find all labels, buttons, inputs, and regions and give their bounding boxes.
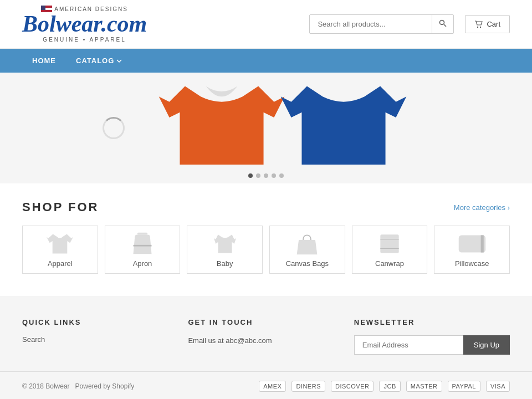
search-input[interactable] bbox=[310, 16, 432, 33]
payment-master: MASTER bbox=[406, 381, 442, 392]
category-card-apron[interactable]: Apron bbox=[105, 226, 181, 274]
search-bar bbox=[309, 14, 454, 34]
svg-line-5 bbox=[444, 24, 446, 27]
svg-rect-8 bbox=[137, 233, 147, 235]
logo-main: Bolwear.com bbox=[22, 12, 147, 35]
site-header: AMERICAN DESIGNS Bolwear.com GENUINE • A… bbox=[0, 0, 532, 49]
get-in-touch-title: GET IN TOUCH bbox=[188, 318, 331, 326]
apparel-icon bbox=[46, 233, 74, 255]
footer: QUICK LINKS Search GET IN TOUCH Email us… bbox=[0, 296, 532, 371]
slider-dot-4[interactable] bbox=[272, 173, 276, 178]
hero-shirt-blue bbox=[272, 81, 416, 175]
chevron-down-icon bbox=[116, 59, 122, 63]
footer-newsletter: NEWSLETTER Sign Up bbox=[354, 318, 510, 355]
category-img-apparel bbox=[28, 232, 92, 256]
category-card-canwrap[interactable]: Canwrap bbox=[352, 226, 428, 274]
header-right: Cart bbox=[309, 14, 510, 34]
loading-spinner bbox=[103, 117, 125, 139]
apron-icon bbox=[131, 232, 154, 256]
slider-dots bbox=[248, 173, 284, 178]
svg-point-4 bbox=[440, 21, 444, 25]
payment-amex: AMEX bbox=[259, 381, 286, 392]
baby-icon bbox=[213, 233, 237, 255]
search-icon bbox=[439, 19, 447, 27]
category-card-pillowcase[interactable]: Pillowcase bbox=[434, 226, 510, 274]
svg-rect-14 bbox=[480, 235, 483, 252]
bag-icon bbox=[295, 232, 319, 255]
category-img-canwrap bbox=[358, 232, 422, 256]
payment-discover: DISCOVER bbox=[331, 381, 374, 392]
category-label-baby: Baby bbox=[217, 259, 233, 268]
category-card-apparel[interactable]: Apparel bbox=[22, 226, 98, 274]
svg-point-7 bbox=[480, 26, 481, 27]
category-img-apron bbox=[111, 232, 175, 256]
footer-quick-links: QUICK LINKS Search bbox=[22, 318, 166, 355]
newsletter-signup-button[interactable]: Sign Up bbox=[463, 335, 510, 355]
footer-bottom: © 2018 Bolwear Powered by Shopify AMEX D… bbox=[0, 371, 532, 399]
hero-images bbox=[0, 73, 532, 183]
logo: AMERICAN DESIGNS Bolwear.com GENUINE • A… bbox=[22, 6, 147, 43]
category-label-apparel: Apparel bbox=[48, 259, 73, 268]
category-card-baby[interactable]: Baby bbox=[187, 226, 263, 274]
category-img-pillowcase bbox=[440, 232, 504, 256]
category-img-baby bbox=[193, 232, 257, 256]
newsletter-title: NEWSLETTER bbox=[354, 318, 510, 326]
svg-rect-9 bbox=[134, 245, 152, 247]
footer-columns: QUICK LINKS Search GET IN TOUCH Email us… bbox=[22, 318, 510, 355]
canwrap-icon bbox=[377, 233, 402, 255]
svg-rect-10 bbox=[380, 234, 398, 253]
cart-button[interactable]: Cart bbox=[465, 15, 510, 33]
footer-get-in-touch: GET IN TOUCH Email us at abc@abc.com bbox=[188, 318, 331, 355]
payment-jcb: JCB bbox=[379, 381, 400, 392]
svg-point-6 bbox=[477, 26, 478, 27]
newsletter-form: Sign Up bbox=[354, 335, 510, 355]
main-nav: HOME CATALOG bbox=[0, 49, 532, 73]
search-button[interactable] bbox=[432, 15, 453, 33]
categories-grid: Apparel Apron Baby bbox=[22, 226, 510, 274]
footer-link-search[interactable]: Search bbox=[22, 335, 166, 344]
category-label-canwrap: Canwrap bbox=[375, 259, 404, 268]
payment-visa: VISA bbox=[486, 381, 510, 392]
nav-item-home[interactable]: HOME bbox=[22, 49, 66, 73]
category-img-canvas-bags bbox=[275, 232, 339, 256]
pillowcase-icon bbox=[458, 233, 487, 255]
category-label-apron: Apron bbox=[133, 259, 152, 268]
payment-icons: AMEX DINERS DISCOVER JCB MASTER PAYPAL V… bbox=[259, 381, 510, 392]
hero-banner bbox=[0, 73, 532, 183]
slider-dot-3[interactable] bbox=[264, 173, 268, 178]
newsletter-email-input[interactable] bbox=[354, 335, 463, 355]
powered-by-shopify-link[interactable]: Powered by Shopify bbox=[75, 382, 135, 390]
contact-email-text: Email us at abc@abc.com bbox=[188, 335, 331, 347]
shop-for-header: SHOP FOR More categories › bbox=[22, 200, 510, 214]
category-label-canvas-bags: Canvas Bags bbox=[286, 259, 329, 268]
category-label-pillowcase: Pillowcase bbox=[455, 259, 489, 268]
slider-dot-5[interactable] bbox=[279, 173, 284, 178]
svg-rect-3 bbox=[41, 6, 45, 10]
shop-for-title: SHOP FOR bbox=[22, 200, 99, 214]
slider-dot-2[interactable] bbox=[256, 173, 260, 178]
slider-dot-1[interactable] bbox=[248, 173, 253, 178]
footer-copyright: © 2018 Bolwear Powered by Shopify bbox=[22, 382, 134, 390]
payment-diners: DINERS bbox=[291, 381, 325, 392]
shop-for-section: SHOP FOR More categories › Apparel Apron bbox=[0, 183, 532, 296]
logo-sub-text: GENUINE • APPAREL bbox=[43, 37, 126, 43]
more-categories-link[interactable]: More categories › bbox=[454, 203, 510, 212]
cart-icon bbox=[474, 21, 483, 28]
nav-item-catalog[interactable]: CATALOG bbox=[66, 49, 132, 73]
quick-links-title: QUICK LINKS bbox=[22, 318, 166, 326]
category-card-canvas-bags[interactable]: Canvas Bags bbox=[269, 226, 345, 274]
payment-paypal: PAYPAL bbox=[448, 381, 480, 392]
